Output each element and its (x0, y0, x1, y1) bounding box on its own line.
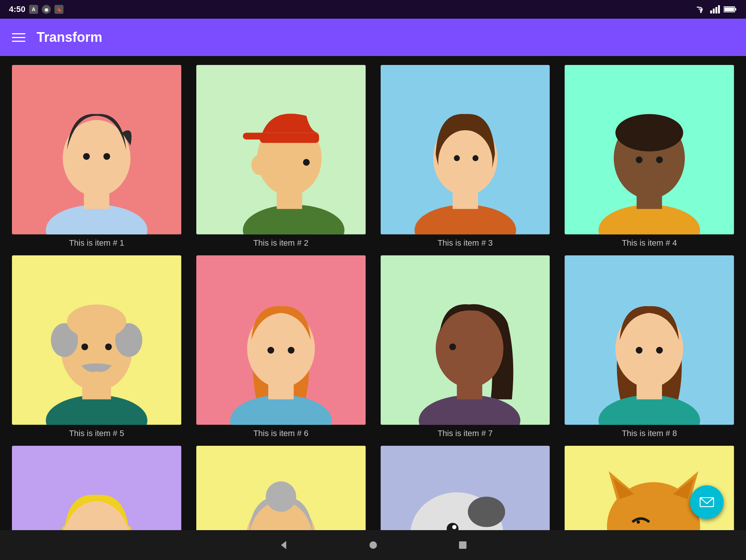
recents-icon (458, 541, 467, 550)
svg-text:◉: ◉ (44, 7, 49, 12)
svg-rect-111 (459, 541, 466, 549)
item-card-7[interactable] (381, 255, 550, 425)
svg-point-48 (67, 304, 126, 338)
svg-point-78 (266, 481, 296, 512)
list-item[interactable]: This is item # 2 (196, 65, 366, 248)
svg-point-27 (251, 155, 268, 175)
svg-point-34 (472, 155, 478, 161)
svg-point-100 (637, 520, 640, 523)
bottom-navigation (0, 530, 746, 560)
list-item[interactable]: This is item # 7 (381, 255, 550, 438)
item-label-1: This is item # 1 (69, 238, 124, 248)
svg-point-87 (452, 525, 456, 529)
menu-button[interactable] (12, 33, 25, 42)
app-icon-1: A (29, 5, 38, 14)
item-card-8[interactable] (565, 255, 734, 425)
item-card-3[interactable] (381, 65, 550, 234)
app-icon-2: ◉ (42, 5, 51, 14)
back-button[interactable] (276, 538, 291, 553)
svg-point-6 (700, 12, 702, 13)
svg-point-66 (636, 347, 643, 354)
svg-point-18 (83, 153, 90, 160)
items-grid: This is item # 1 (12, 65, 734, 530)
svg-point-110 (369, 541, 377, 549)
item-label-3: This is item # 3 (437, 238, 493, 248)
svg-point-56 (288, 347, 294, 354)
status-bar: 4:50 A ◉ 🔖 (0, 0, 746, 19)
svg-point-88 (468, 497, 505, 527)
svg-point-60 (436, 309, 503, 388)
back-icon (278, 539, 289, 551)
item-card-9[interactable] (12, 446, 181, 531)
item-label-6: This is item # 6 (253, 429, 309, 438)
recents-button[interactable] (455, 538, 470, 553)
svg-rect-13 (724, 7, 734, 11)
svg-point-33 (454, 155, 460, 161)
svg-marker-109 (281, 541, 286, 549)
main-content: This is item # 1 (0, 56, 746, 530)
list-item[interactable]: This is item # 4 (565, 65, 734, 248)
svg-point-40 (636, 156, 643, 163)
list-item[interactable]: This is item # 9 (12, 446, 181, 531)
list-item[interactable]: This is item # 6 (196, 255, 366, 438)
list-item[interactable]: This is item # 1 (12, 65, 181, 248)
item-card-2[interactable] (196, 65, 366, 234)
svg-text:A: A (32, 6, 35, 12)
svg-point-26 (303, 159, 310, 166)
svg-rect-7 (710, 10, 712, 13)
list-item[interactable]: This is item # 5 (12, 255, 181, 438)
fab-email-button[interactable] (690, 485, 724, 519)
svg-point-50 (105, 343, 112, 350)
svg-point-49 (81, 343, 88, 350)
item-label-5: This is item # 5 (69, 429, 124, 438)
item-card-11[interactable] (381, 446, 550, 531)
svg-point-19 (103, 153, 110, 160)
home-icon (369, 541, 378, 550)
svg-point-41 (656, 156, 663, 163)
status-time: 4:50 A ◉ 🔖 (9, 4, 63, 14)
item-card-6[interactable] (196, 255, 366, 425)
time-display: 4:50 (9, 4, 25, 14)
svg-point-32 (438, 130, 492, 195)
svg-rect-12 (735, 8, 736, 10)
home-button[interactable] (366, 538, 381, 553)
svg-rect-25 (243, 133, 268, 140)
item-card-1[interactable] (12, 65, 181, 234)
item-card-4[interactable] (565, 65, 734, 234)
item-label-8: This is item # 8 (622, 429, 677, 438)
item-label-7: This is item # 7 (437, 429, 493, 438)
app-title: Transform (37, 29, 102, 45)
svg-rect-8 (713, 9, 715, 13)
list-item[interactable]: This is item # 10 (196, 446, 366, 531)
svg-text:🔖: 🔖 (56, 7, 62, 12)
svg-rect-9 (715, 7, 717, 13)
item-card-5[interactable] (12, 255, 181, 425)
item-card-10[interactable] (196, 446, 366, 531)
list-item[interactable]: This is item # 3 (381, 65, 550, 248)
battery-icon (724, 6, 737, 13)
svg-point-39 (615, 114, 683, 152)
svg-point-67 (656, 347, 663, 354)
list-item[interactable]: This is item # 8 (565, 255, 734, 438)
svg-point-61 (449, 343, 456, 350)
list-item[interactable]: This is item # 11 (381, 446, 550, 531)
app-icon-3: 🔖 (54, 5, 63, 14)
item-label-4: This is item # 4 (622, 238, 677, 248)
svg-point-55 (267, 347, 274, 354)
svg-rect-10 (718, 5, 720, 13)
app-bar: Transform (0, 19, 746, 56)
svg-rect-24 (260, 133, 319, 143)
wifi-icon (695, 5, 706, 13)
status-icons (695, 5, 737, 13)
item-label-2: This is item # 2 (253, 238, 309, 248)
signal-icon (710, 5, 720, 13)
email-icon (699, 494, 715, 510)
